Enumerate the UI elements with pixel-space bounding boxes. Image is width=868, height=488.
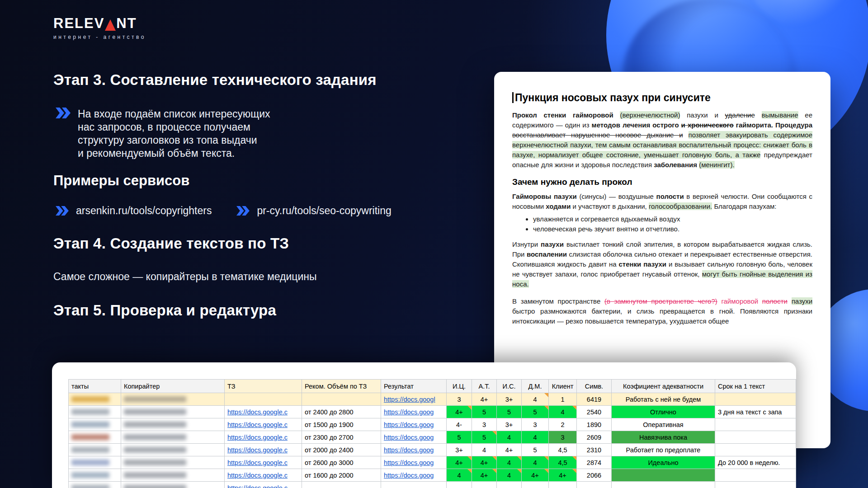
score-cell bbox=[522, 482, 549, 488]
blurred-content bbox=[71, 422, 109, 427]
table-cell bbox=[121, 482, 225, 488]
blurred-content bbox=[124, 460, 186, 465]
doc-link[interactable]: https://docs.goog bbox=[384, 408, 434, 416]
adequacy-cell bbox=[612, 469, 715, 482]
doc-title: Пункция носовых пазух при синусите bbox=[512, 92, 812, 104]
table-header-row: тактыКопирайтерТЗРеком. Объём по ТЗРезул… bbox=[69, 380, 796, 393]
blurred-content bbox=[71, 409, 109, 415]
doc-link[interactable]: https://docs.google.c bbox=[227, 484, 288, 488]
table-cell bbox=[121, 418, 225, 431]
logo: RELEVNT интернет - агентство bbox=[53, 15, 146, 40]
doc-paragraph: В замкнутом пространстве (в замкнутом пр… bbox=[512, 296, 812, 326]
comment-marker-icon bbox=[544, 456, 548, 460]
score-cell: 5 bbox=[472, 406, 497, 418]
doc-link[interactable]: https://docs.google.c bbox=[227, 434, 288, 441]
table-cell: 3 дня на текст с запа bbox=[715, 406, 796, 418]
doc-link[interactable]: https://docs.goog bbox=[384, 459, 434, 466]
doc-link[interactable]: https://docs.goog bbox=[384, 472, 434, 479]
service-item: pr-cy.ru/tools/seo-copywriting bbox=[236, 204, 391, 217]
score-cell: 4+ bbox=[472, 393, 497, 406]
doc-text-run: (синусы) — воздушные bbox=[577, 192, 656, 200]
doc-link[interactable]: https://docs.google.c bbox=[227, 472, 288, 479]
comment-marker-icon bbox=[467, 406, 472, 410]
col-header: такты bbox=[69, 380, 121, 393]
score-cell bbox=[497, 482, 522, 488]
doc-link[interactable]: https://docs.goog bbox=[384, 446, 434, 454]
table-cell: https://docs.goog bbox=[381, 406, 447, 418]
doc-link[interactable]: https://docs.goog bbox=[384, 421, 434, 428]
table-cell: https://docs.goog bbox=[381, 469, 447, 482]
table-cell: https://docs.google.c bbox=[225, 469, 302, 482]
score-cell: 4 bbox=[497, 469, 522, 482]
table-cell bbox=[121, 406, 225, 418]
table-cell: 6419 bbox=[577, 393, 612, 406]
table-cell bbox=[715, 431, 796, 444]
score-cell: 3 bbox=[447, 393, 472, 406]
score-cell: 3 bbox=[522, 418, 549, 431]
doc-text-run: голосообразовании. bbox=[649, 202, 712, 210]
spreadsheet-table: тактыКопирайтерТЗРеком. Объём по ТЗРезул… bbox=[68, 379, 796, 488]
doc-link[interactable]: https://docs.googl bbox=[384, 396, 435, 403]
comment-marker-icon bbox=[544, 406, 548, 410]
doc-text-run bbox=[755, 111, 762, 119]
col-header: Клиент bbox=[549, 380, 577, 393]
table-cell: https://docs.google.c bbox=[225, 431, 302, 444]
table-cell: https://docs.google.c bbox=[225, 482, 302, 488]
doc-text-run: пазухи bbox=[541, 240, 564, 248]
score-cell: 4 bbox=[522, 431, 549, 444]
table-cell: 2609 bbox=[577, 431, 612, 444]
table-cell bbox=[69, 431, 121, 444]
score-cell: 4,5 bbox=[549, 456, 577, 469]
doc-text-run: удаление bbox=[725, 111, 755, 119]
col-header: А.Т. bbox=[472, 380, 497, 393]
table-cell bbox=[69, 393, 121, 406]
logo-text-pre: RELEV bbox=[53, 15, 104, 32]
doc-title-text: Пункция носовых пазух при синусите bbox=[515, 92, 711, 103]
doc-text-run: ходами bbox=[546, 202, 571, 210]
stage3-bullet-text: На входе подаём список интересующих нас … bbox=[78, 108, 270, 160]
doc-section-heading: Зачем нужно делать прокол bbox=[512, 177, 812, 187]
blurred-content bbox=[124, 447, 186, 453]
comment-marker-icon bbox=[572, 456, 576, 460]
table-cell: https://docs.googl bbox=[381, 393, 447, 406]
table-cell bbox=[302, 393, 381, 406]
table-row: https://docs.google.cот 2000 до 2400http… bbox=[69, 444, 796, 456]
logo-text-post: NT bbox=[116, 15, 137, 32]
doc-text-run: заболевания bbox=[654, 161, 697, 169]
services-title: Примеры сервисов bbox=[53, 173, 189, 189]
doc-text-run: гайморита. bbox=[736, 121, 773, 129]
text-cursor bbox=[512, 92, 514, 103]
score-cell bbox=[549, 482, 577, 488]
doc-text-run: стенки пазухи bbox=[619, 260, 667, 268]
score-cell: 5 bbox=[472, 431, 497, 444]
table-cell: от 2400 до 2800 bbox=[302, 406, 381, 418]
stage4-title: Этап 4. Создание текстов по ТЗ bbox=[53, 235, 289, 252]
doc-text-run: и участвуют в дыхании, bbox=[571, 202, 649, 210]
table-row: https://docs.google.cот 2400 до 2800http… bbox=[69, 406, 796, 418]
blurred-content bbox=[124, 422, 186, 427]
doc-text-run: полости bbox=[762, 297, 788, 305]
stage4-note: Самое сложное — копирайтеры в тематике м… bbox=[53, 270, 317, 283]
table-cell: https://docs.goog bbox=[381, 431, 447, 444]
table-cell bbox=[715, 482, 796, 488]
doc-link[interactable]: https://docs.google.c bbox=[227, 446, 288, 454]
doc-link[interactable]: https://docs.google.c bbox=[227, 408, 288, 416]
score-cell: 4+ bbox=[549, 469, 577, 482]
doc-link[interactable]: https://docs.google.c bbox=[227, 459, 288, 466]
doc-bullet-list: увлажняется и согревается вдыхаемый возд… bbox=[512, 214, 812, 234]
doc-text-run: гайморовой bbox=[721, 297, 758, 305]
table-row: https://docs.google.cот 1600 до 2000http… bbox=[69, 469, 796, 482]
blurred-content bbox=[71, 396, 109, 402]
score-cell: 4 bbox=[497, 456, 522, 469]
score-cell: 4 bbox=[549, 406, 577, 418]
col-header: Срок на 1 текст bbox=[715, 380, 796, 393]
col-header: И.С. bbox=[497, 380, 522, 393]
table-cell: от 2300 до 2700 bbox=[302, 431, 381, 444]
table-cell bbox=[302, 482, 381, 488]
table-cell bbox=[715, 418, 796, 431]
blurred-content bbox=[71, 434, 109, 440]
doc-text-run: В замкнутом пространстве bbox=[512, 297, 604, 305]
doc-link[interactable]: https://docs.goog bbox=[384, 434, 434, 441]
doc-link[interactable]: https://docs.google.c bbox=[227, 421, 288, 428]
col-header: Реком. Объём по ТЗ bbox=[302, 380, 381, 393]
